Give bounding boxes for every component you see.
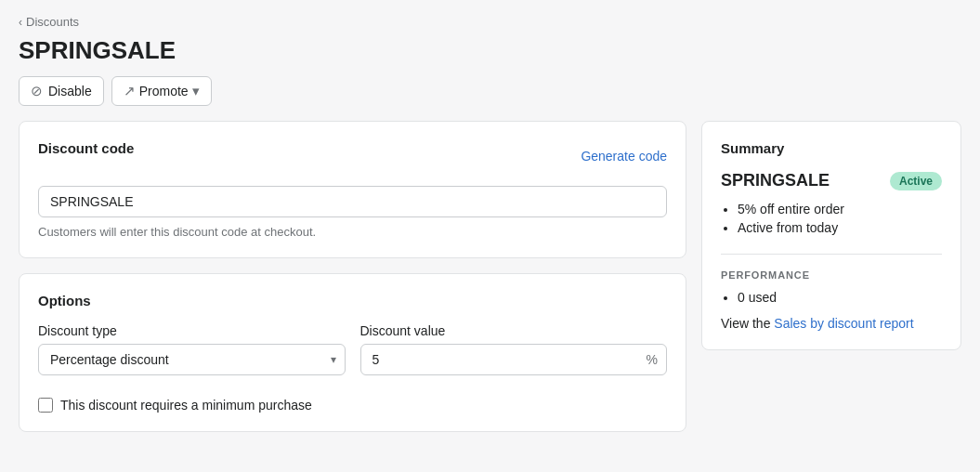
discount-type-select[interactable]: Percentage discount Fixed amount discoun… bbox=[38, 344, 346, 375]
options-card: Options Discount type Percentage discoun… bbox=[19, 273, 686, 432]
report-text: View the Sales by discount report bbox=[721, 316, 942, 331]
summary-details-list: 5% off entire order Active from today bbox=[721, 202, 942, 235]
discount-value-input-wrapper: % bbox=[360, 344, 668, 375]
min-purchase-row: This discount requires a minimum purchas… bbox=[38, 394, 667, 413]
summary-code: SPRINGSALE bbox=[721, 171, 830, 190]
promote-label: Promote bbox=[139, 84, 189, 98]
main-layout: Discount code Generate code Customers wi… bbox=[19, 121, 961, 432]
chevron-down-icon: ▾ bbox=[192, 83, 200, 99]
options-grid: Discount type Percentage discount Fixed … bbox=[38, 323, 667, 375]
left-column: Discount code Generate code Customers wi… bbox=[19, 121, 686, 432]
discount-type-field: Discount type Percentage discount Fixed … bbox=[38, 323, 346, 375]
breadcrumb-label: Discounts bbox=[26, 15, 79, 29]
discount-value-input[interactable] bbox=[360, 344, 668, 375]
right-column: Summary SPRINGSALE Active 5% off entire … bbox=[701, 121, 961, 350]
discount-code-card-header: Discount code Generate code bbox=[38, 140, 667, 171]
disable-label: Disable bbox=[48, 84, 92, 98]
breadcrumb[interactable]: ‹ Discounts bbox=[19, 15, 961, 29]
min-purchase-label[interactable]: This discount requires a minimum purchas… bbox=[60, 398, 312, 413]
summary-title: Summary bbox=[721, 140, 942, 156]
disable-icon: ⊘ bbox=[31, 83, 43, 99]
performance-list: 0 used bbox=[721, 290, 942, 305]
generate-code-link[interactable]: Generate code bbox=[581, 149, 667, 164]
discount-code-helper: Customers will enter this discount code … bbox=[38, 225, 667, 239]
disable-button[interactable]: ⊘ Disable bbox=[19, 76, 104, 106]
report-prefix: View the bbox=[721, 316, 774, 331]
discount-code-input[interactable] bbox=[38, 186, 667, 217]
promote-button[interactable]: ↗ Promote ▾ bbox=[111, 76, 212, 106]
summary-detail-2: Active from today bbox=[738, 220, 942, 235]
discount-code-card: Discount code Generate code Customers wi… bbox=[19, 121, 686, 258]
summary-code-row: SPRINGSALE Active bbox=[721, 171, 942, 190]
summary-detail-1: 5% off entire order bbox=[738, 202, 942, 216]
min-purchase-checkbox[interactable] bbox=[38, 398, 53, 413]
performance-title: PERFORMANCE bbox=[721, 269, 942, 281]
used-count: 0 used bbox=[738, 290, 942, 305]
discount-value-label: Discount value bbox=[360, 323, 668, 338]
discount-type-select-wrapper: Percentage discount Fixed amount discoun… bbox=[38, 344, 346, 375]
performance-section: PERFORMANCE 0 used View the Sales by dis… bbox=[721, 254, 942, 331]
promote-icon: ↗ bbox=[124, 83, 136, 99]
options-title: Options bbox=[38, 293, 667, 308]
discount-code-title: Discount code bbox=[38, 140, 134, 156]
discount-value-field: Discount value % bbox=[360, 323, 668, 375]
discount-type-label: Discount type bbox=[38, 323, 346, 338]
action-bar: ⊘ Disable ↗ Promote ▾ bbox=[19, 76, 961, 106]
page-container: ‹ Discounts SPRINGSALE ⊘ Disable ↗ Promo… bbox=[0, 0, 980, 447]
sales-by-discount-report-link[interactable]: Sales by discount report bbox=[774, 316, 913, 331]
page-title: SPRINGSALE bbox=[19, 36, 961, 65]
back-arrow-icon: ‹ bbox=[19, 16, 22, 29]
active-badge: Active bbox=[890, 172, 942, 190]
summary-card: Summary SPRINGSALE Active 5% off entire … bbox=[701, 121, 961, 350]
